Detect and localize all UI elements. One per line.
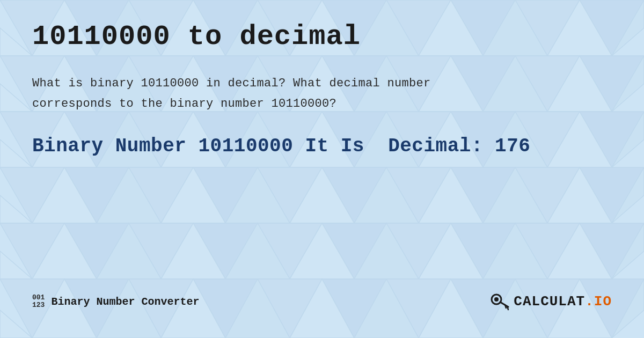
description-section: What is binary 10110000 in decimal? What… bbox=[32, 74, 596, 114]
svg-point-128 bbox=[494, 297, 499, 302]
result-binary: 10110000 bbox=[198, 135, 293, 157]
description-line2: corresponds to the binary number 1011000… bbox=[32, 97, 336, 111]
logo-text-accent: .IO bbox=[585, 293, 612, 310]
page-title: 10110000 to decimal bbox=[32, 21, 612, 52]
logo-text-main: CALCULAT bbox=[514, 293, 585, 310]
binary-icon-top: 001 bbox=[32, 294, 45, 302]
binary-number-icon: 001 123 bbox=[32, 294, 45, 310]
footer-brand-text: Binary Number Converter bbox=[51, 296, 199, 308]
footer-logo: CALCULAT.IO bbox=[490, 292, 612, 311]
result-text: Binary Number 10110000 It Is Decimal: 17… bbox=[32, 135, 612, 157]
title-section: 10110000 to decimal bbox=[32, 21, 612, 52]
result-section: Binary Number 10110000 It Is Decimal: 17… bbox=[32, 135, 612, 157]
footer-left: 001 123 Binary Number Converter bbox=[32, 294, 199, 310]
result-middle: It Is bbox=[305, 135, 364, 157]
logo-text: CALCULAT.IO bbox=[514, 293, 612, 310]
binary-icon-bottom: 123 bbox=[32, 302, 45, 309]
result-label: Binary Number bbox=[32, 135, 186, 157]
key-icon bbox=[490, 292, 509, 311]
result-decimal-value: 176 bbox=[495, 135, 530, 157]
description-text: What is binary 10110000 in decimal? What… bbox=[32, 74, 596, 114]
description-line1: What is binary 10110000 in decimal? What… bbox=[32, 77, 431, 90]
footer-section: 001 123 Binary Number Converter CALCULAT… bbox=[32, 292, 612, 317]
main-content: 10110000 to decimal What is binary 10110… bbox=[0, 0, 644, 338]
result-decimal-label: Decimal: bbox=[388, 135, 483, 157]
